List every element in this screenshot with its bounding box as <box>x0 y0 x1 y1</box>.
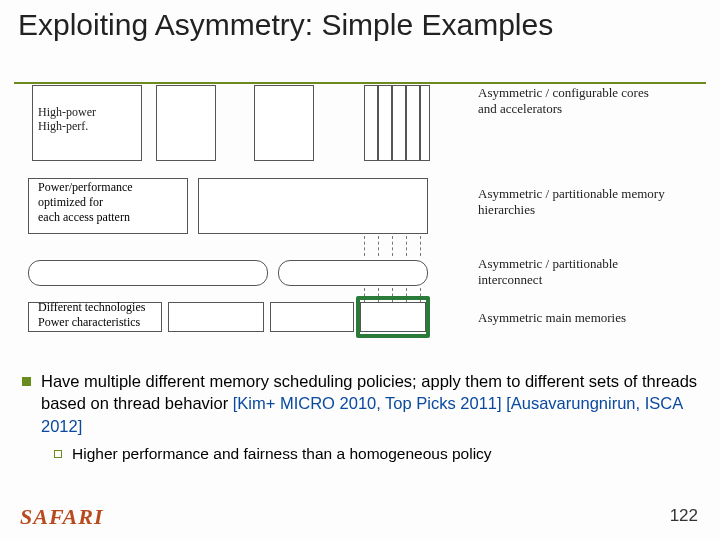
connector <box>420 236 421 256</box>
architecture-diagram: High-power High-perf. Asymmetric / confi… <box>28 70 668 355</box>
main-memory-box <box>270 302 354 332</box>
main-memory-box <box>168 302 264 332</box>
core-thin <box>406 85 420 161</box>
sub-bullet-text: Higher performance and fairness than a h… <box>72 445 492 463</box>
core-thin <box>378 85 392 161</box>
safari-logo: SAFARI <box>20 504 103 530</box>
slide-title: Exploiting Asymmetry: Simple Examples <box>0 0 720 45</box>
mem-label: Power/performance optimized for each acc… <box>38 180 133 225</box>
sub-bullet-icon <box>54 450 62 458</box>
sub-bullet-item: Higher performance and fairness than a h… <box>54 445 698 463</box>
connector <box>378 236 379 256</box>
core-thin <box>420 85 430 161</box>
core-thin <box>392 85 406 161</box>
row3-label: Asymmetric / partitionable interconnect <box>478 256 668 287</box>
core-group <box>364 85 430 161</box>
core-box <box>254 85 314 161</box>
core-box <box>156 85 216 161</box>
page-number: 122 <box>670 506 698 526</box>
connector <box>392 236 393 256</box>
interconnect-box <box>28 260 268 286</box>
main-memory-label: Different technologies Power characteris… <box>38 300 145 330</box>
logo-text: SAFARI <box>20 504 103 530</box>
bullet-text: Have multiple different memory schedulin… <box>41 370 698 437</box>
row2-label: Asymmetric / partitionable memory hierar… <box>478 186 668 217</box>
bullet-list: Have multiple different memory schedulin… <box>22 370 698 463</box>
interconnect-box <box>278 260 428 286</box>
bullet-icon <box>22 377 31 386</box>
row1-label: Asymmetric / configurable cores and acce… <box>478 85 658 116</box>
connector <box>406 236 407 256</box>
row4-label: Asymmetric main memories <box>478 310 678 326</box>
connector <box>364 236 365 256</box>
mem-box <box>198 178 428 234</box>
core-big-label: High-power High-perf. <box>38 105 96 134</box>
highlight-box <box>356 296 430 338</box>
bullet-item: Have multiple different memory schedulin… <box>22 370 698 437</box>
core-thin <box>364 85 378 161</box>
